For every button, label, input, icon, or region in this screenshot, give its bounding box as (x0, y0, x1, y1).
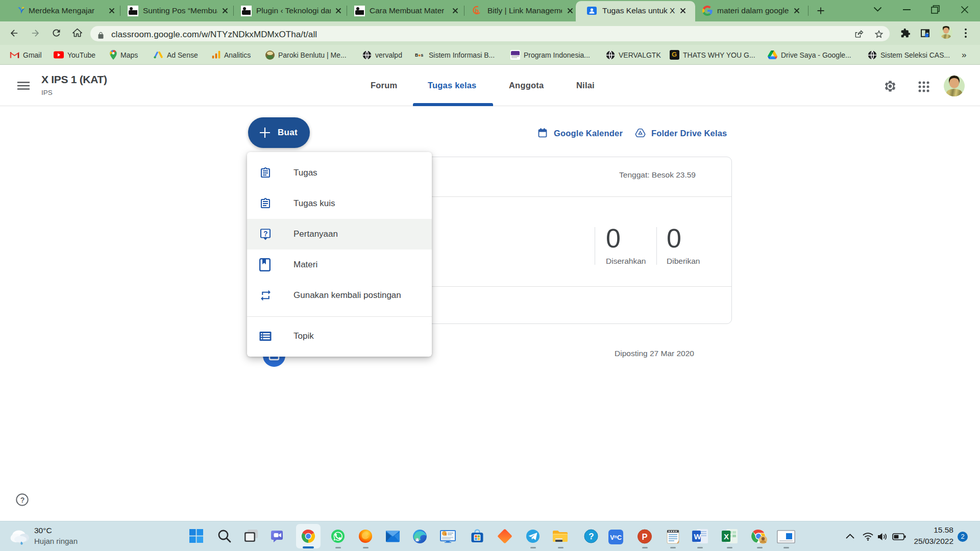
svg-text:X: X (724, 532, 729, 541)
svg-text:?: ? (263, 230, 268, 238)
svg-text:B●s: B●s (415, 53, 424, 58)
svg-text:?: ? (589, 532, 594, 541)
svg-text:b: b (475, 8, 479, 15)
svg-text:?: ? (20, 496, 25, 504)
svg-text:P: P (642, 532, 648, 541)
svg-text:W: W (694, 532, 702, 541)
